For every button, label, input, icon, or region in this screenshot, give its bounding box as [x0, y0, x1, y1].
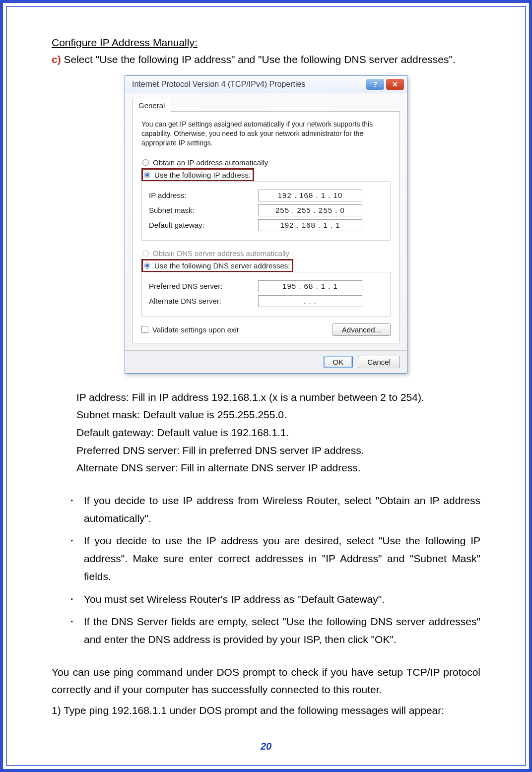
- step-text: Select "Use the following IP address" an…: [61, 54, 456, 65]
- tcpip-properties-dialog: Internet Protocol Version 4 (TCP/IPv4) P…: [125, 75, 407, 374]
- advanced-button[interactable]: Advanced...: [332, 323, 391, 336]
- checkbox-icon: [141, 326, 148, 333]
- preferred-dns-label: Preferred DNS server:: [149, 282, 258, 290]
- radio-use-ip[interactable]: Use the following IP address:: [141, 168, 254, 182]
- line-alt-dns: Alternate DNS server: Fill in alternate …: [76, 459, 480, 477]
- bullet-1: If you decide to use IP address from Wir…: [84, 492, 480, 527]
- line-subnet: Subnet mask: Default value is 255.255.25…: [76, 406, 480, 424]
- paragraph-ping: You can use ping command under DOS promp…: [52, 663, 480, 699]
- ip-address-input[interactable]: 192 . 168 . 1 . 10: [258, 190, 362, 201]
- subnet-mask-label: Subnet mask:: [149, 206, 258, 214]
- page-number: 20: [7, 741, 525, 752]
- radio-icon: [142, 159, 149, 166]
- radio-obtain-ip-label: Obtain an IP address automatically: [153, 158, 268, 167]
- ip-fieldgroup: IP address: 192 . 168 . 1 . 10 Subnet ma…: [141, 181, 391, 241]
- subnet-mask-input[interactable]: 255 . 255 . 255 . 0: [258, 204, 362, 216]
- ip-address-label: IP address:: [149, 191, 258, 199]
- radio-obtain-dns: Obtain DNS server address automatically: [141, 248, 391, 259]
- radio-icon: [144, 262, 150, 269]
- dialog-description: You can get IP settings assigned automat…: [141, 120, 391, 148]
- radio-icon: [142, 250, 149, 257]
- validate-label: Validate settings upon exit: [152, 325, 239, 334]
- dialog-titlebar: Internet Protocol Version 4 (TCP/IPv4) P…: [125, 76, 407, 93]
- default-gateway-input[interactable]: 192 . 168 . 1 . 1: [258, 219, 362, 231]
- numbered-step-1: 1) Type ping 192.168.1.1 under DOS promp…: [52, 702, 480, 719]
- alternate-dns-label: Alternate DNS server:: [149, 297, 258, 305]
- radio-obtain-dns-label: Obtain DNS server address automatically: [153, 249, 289, 257]
- radio-use-dns-label: Use the following DNS server addresses:: [154, 261, 290, 270]
- line-gateway: Default gateway: Default value is 192.16…: [76, 424, 480, 442]
- bullet-icon: [66, 613, 77, 648]
- bullet-3: You must set Wireless Router's IP addres…: [84, 590, 385, 608]
- radio-icon: [144, 172, 150, 178]
- help-button[interactable]: ?: [366, 79, 384, 90]
- step-line: c) Select "Use the following IP address"…: [52, 54, 480, 65]
- line-pref-dns: Preferred DNS server: Fill in preferred …: [76, 442, 480, 459]
- ok-button[interactable]: OK: [324, 356, 353, 368]
- bullet-icon: [66, 590, 77, 608]
- alternate-dns-input[interactable]: . . .: [258, 295, 362, 307]
- radio-use-ip-label: Use the following IP address:: [154, 171, 251, 179]
- bullet-icon: [66, 492, 77, 527]
- dialog-title: Internet Protocol Version 4 (TCP/IPv4) P…: [132, 80, 305, 89]
- bullet-icon: [66, 532, 77, 585]
- line-ip: IP address: Fill in IP address 192.168.1…: [76, 388, 480, 406]
- close-button[interactable]: ✕: [386, 79, 404, 90]
- dns-fieldgroup: Preferred DNS server: 195 . 68 . 1 . 1 A…: [141, 272, 391, 317]
- preferred-dns-input[interactable]: 195 . 68 . 1 . 1: [258, 280, 362, 292]
- tab-general[interactable]: General: [132, 99, 171, 112]
- bullet-list: If you decide to use IP address from Wir…: [66, 492, 480, 648]
- cancel-button[interactable]: Cancel: [358, 356, 400, 368]
- step-marker: c): [52, 54, 61, 65]
- validate-checkbox-row[interactable]: Validate settings upon exit: [141, 325, 239, 334]
- default-gateway-label: Default gateway:: [149, 221, 258, 229]
- bullet-2: If you decide to use the IP address you …: [84, 532, 480, 585]
- bullet-4: If the DNS Server fields are empty, sele…: [84, 613, 480, 648]
- section-heading: Configure IP Address Manually:: [52, 37, 480, 49]
- radio-obtain-ip[interactable]: Obtain an IP address automatically: [141, 157, 391, 168]
- radio-use-dns[interactable]: Use the following DNS server addresses:: [141, 259, 293, 272]
